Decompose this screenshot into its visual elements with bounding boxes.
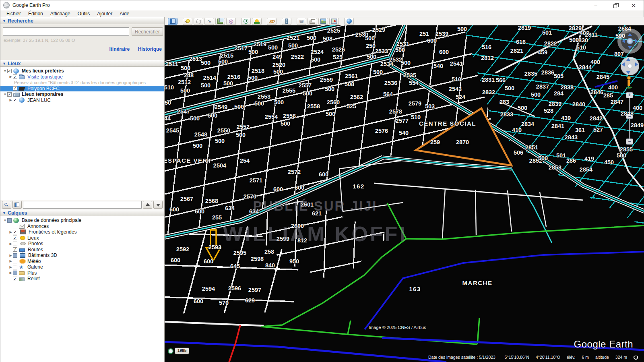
menu-edition[interactable]: Édition xyxy=(25,11,47,17)
search-panel-header[interactable]: ▼ Recherche xyxy=(0,17,164,24)
checkbox[interactable]: ✓ xyxy=(13,236,17,240)
sidebar-toggle-button[interactable] xyxy=(168,18,178,25)
search-input[interactable] xyxy=(3,27,129,36)
sunlight-button[interactable] xyxy=(252,18,262,25)
historical-clock-icon[interactable] xyxy=(168,348,173,354)
tree-item-annonces[interactable]: Annonces xyxy=(0,223,164,230)
layers-panel-header[interactable]: ▼ Calques xyxy=(0,209,164,216)
checkbox[interactable]: ✓ xyxy=(13,98,17,102)
menu-aide[interactable]: Aide xyxy=(116,11,133,17)
tree-item-meteo[interactable]: ▶Météo xyxy=(0,259,164,265)
tree-item-base-de-donnees-principale[interactable]: ▼Base de données principale xyxy=(0,217,164,223)
expander-icon[interactable]: ▶ xyxy=(8,265,13,269)
menu-ajouter[interactable]: Ajouter xyxy=(93,11,116,17)
globe-button[interactable] xyxy=(344,18,354,25)
move-up-arrow-icon[interactable] xyxy=(626,58,630,61)
tree-item-polygon-bcec[interactable]: ✓Polygon BCEC xyxy=(0,86,164,92)
zoom-out-button[interactable]: – xyxy=(626,139,633,145)
checkbox[interactable] xyxy=(13,271,17,275)
add-image-overlay-button[interactable] xyxy=(215,18,225,25)
zoom-slider[interactable]: + – – xyxy=(626,92,633,145)
add-path-button[interactable] xyxy=(204,18,214,25)
record-tour-button[interactable] xyxy=(226,18,236,25)
tree-item-plus[interactable]: ▶Plus xyxy=(0,270,164,276)
checkbox[interactable]: ✓ xyxy=(7,69,12,73)
move-right-arrow-icon[interactable] xyxy=(635,62,638,66)
historical-imagery-button[interactable] xyxy=(241,18,251,25)
history-link[interactable]: Historique xyxy=(138,46,162,52)
checkbox[interactable]: ✓ xyxy=(13,247,17,252)
restore-button[interactable] xyxy=(606,0,624,10)
orange-polygon[interactable] xyxy=(416,108,512,165)
legend-toggle-button[interactable] xyxy=(12,201,22,209)
places-panel-header[interactable]: ▼ Lieux xyxy=(0,60,164,67)
places-filter-input[interactable] xyxy=(23,201,142,209)
next-result-button[interactable] xyxy=(153,201,163,209)
tree-item-mes-lieux-preferes[interactable]: ▼✓Mes lieux préférés xyxy=(0,68,164,74)
parcel-label: 44 xyxy=(165,115,171,122)
move-joystick[interactable] xyxy=(621,57,639,75)
checkbox[interactable]: ✓ xyxy=(13,230,17,234)
look-right-arrow-icon[interactable] xyxy=(635,39,638,43)
search-button[interactable]: Rechercher xyxy=(132,27,163,36)
expander-icon[interactable]: ▶ xyxy=(8,271,13,275)
save-image-button[interactable] xyxy=(318,18,328,25)
checkbox[interactable] xyxy=(13,265,17,269)
checkbox[interactable] xyxy=(13,224,17,228)
checkbox[interactable]: ✓ xyxy=(7,92,12,97)
menu-fichier[interactable]: Fichier xyxy=(3,11,25,17)
look-joystick[interactable] xyxy=(617,29,642,54)
tree-item-lieux[interactable]: ✓Lieux xyxy=(0,235,164,241)
move-left-arrow-icon[interactable] xyxy=(622,62,625,66)
zoom-handle[interactable]: – xyxy=(626,115,633,119)
expander-icon[interactable]: ▶ xyxy=(8,242,13,246)
expander-icon[interactable]: ▶ xyxy=(8,75,13,79)
email-button[interactable] xyxy=(297,18,306,25)
search-places-button[interactable] xyxy=(2,201,11,209)
zoom-in-button[interactable]: + xyxy=(626,92,633,98)
ruler-button[interactable] xyxy=(282,18,291,25)
tree-item-relief[interactable]: ✓Relief xyxy=(0,276,164,282)
expander-icon[interactable]: ▼ xyxy=(3,69,7,73)
pegman-icon[interactable] xyxy=(626,76,632,90)
tree-item-photos[interactable]: ▶Photos xyxy=(0,241,164,247)
tree-item-routes[interactable]: ✓Routes xyxy=(0,247,164,253)
expander-icon[interactable]: ▼ xyxy=(3,93,7,96)
checkbox[interactable] xyxy=(7,218,12,223)
close-button[interactable]: ✕ xyxy=(624,0,643,10)
move-down-arrow-icon[interactable] xyxy=(626,71,630,74)
view-in-maps-button[interactable] xyxy=(329,18,339,25)
menu-outils[interactable]: Outils xyxy=(74,11,94,17)
checkbox[interactable] xyxy=(13,253,17,258)
tree-item-visite-touristique[interactable]: ▶✓Visite touristique xyxy=(0,74,164,80)
look-left-arrow-icon[interactable] xyxy=(622,39,625,43)
expander-icon[interactable]: ▼ xyxy=(3,219,7,222)
expander-icon[interactable]: ▶ xyxy=(8,259,13,263)
expander-icon[interactable]: ▶ xyxy=(8,98,13,102)
print-button[interactable] xyxy=(308,18,317,25)
checkbox[interactable] xyxy=(13,242,17,246)
tree-item-jean-luc[interactable]: ▶✓JEAN LUC xyxy=(0,97,164,103)
planets-button[interactable] xyxy=(267,18,277,25)
tree-item-frontieres-et-legendes[interactable]: ▶✓Frontières et légendes xyxy=(0,229,164,235)
menu-affichage[interactable]: Affichage xyxy=(47,11,74,17)
map-viewport[interactable]: 2511500248251250051050251350025155002514… xyxy=(165,25,644,362)
add-polygon-button[interactable] xyxy=(194,18,203,25)
look-up-arrow-icon[interactable] xyxy=(628,33,632,36)
checkbox[interactable]: ✓ xyxy=(13,86,17,91)
itinerary-link[interactable]: Itinéraire xyxy=(109,46,130,52)
previous-result-button[interactable] xyxy=(143,201,152,209)
expander-icon[interactable]: ▶ xyxy=(8,254,13,257)
tree-label[interactable]: Visite touristique xyxy=(26,74,64,80)
tree-item-galerie[interactable]: ▶★Galerie xyxy=(0,264,164,270)
add-placemark-button[interactable] xyxy=(183,18,192,25)
time-slider-button[interactable]: 1985 xyxy=(175,348,189,354)
tree-item-lieux-temporaires[interactable]: ▼✓Lieux temporaires xyxy=(0,91,164,97)
checkbox[interactable]: ✓ xyxy=(13,74,17,79)
tree-item-batiments-3d[interactable]: ▶Bâtiments 3D xyxy=(0,252,164,259)
minimize-button[interactable]: – xyxy=(586,0,605,10)
checkbox[interactable] xyxy=(13,259,17,263)
look-down-arrow-icon[interactable] xyxy=(628,46,632,49)
checkbox[interactable]: ✓ xyxy=(13,277,17,281)
expander-icon[interactable]: ▶ xyxy=(8,230,13,234)
